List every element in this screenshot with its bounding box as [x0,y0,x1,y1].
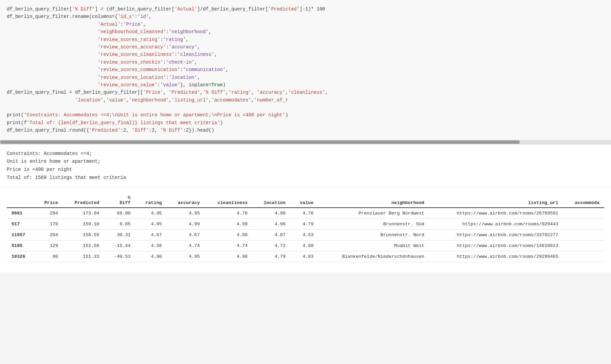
table-cell: 4.87 [252,229,290,240]
code-line: df_berlin_query_filter['% Diff'] = (df_b… [7,5,604,13]
code-line: 'review_scores_value':'value'}, inplace=… [7,81,604,89]
table-cell: 9601 [7,208,35,219]
table-cell: Blankenfelde/Niederschönhausen [318,251,429,262]
table-cell: Brunnenstr. Süd [318,219,429,229]
table-header: neighborhood [318,193,429,208]
table-cell: 4.95 [166,251,204,262]
code-block: df_berlin_query_filter['% Diff'] = (df_b… [0,0,611,140]
code-line: 'review_scores_accuracy':'accuracy', [7,43,604,51]
table-header: listing_url [429,193,563,208]
table-cell [563,240,604,251]
table-cell: 4.79 [290,219,318,229]
code-line: df_berlin_query_filter.rename(columns={'… [7,13,604,20]
output-line: Price is <400 per night [7,166,604,174]
scrollbar-thumb[interactable] [0,140,520,144]
table-cell [563,219,604,229]
table-cell: -15.44 [104,240,135,251]
table-cell: 517 [7,219,35,229]
table-cell: https://www.airbnb.com/rooms/26769591 [429,208,563,219]
table-cell: 4.76 [290,208,318,219]
table-cell: 4.74 [205,240,252,251]
code-line: 'location','value','neighborhood','listi… [7,96,604,104]
table-cell: 4.60 [290,240,318,251]
table-cell: 10326 [7,251,35,262]
table-cell [563,229,604,240]
table-header: rating [135,193,167,208]
output-line: Constraints: Accommodates <=4; [7,150,604,158]
code-line: 'review_scores_rating':'rating', [7,36,604,43]
table-header: accommoda [563,193,604,208]
table-cell: Moabit West [318,240,429,251]
table-cell: 4.67 [166,229,204,240]
code-line: 'review_scores_checkin':'check-in', [7,59,604,66]
table-row: 9601294173.0469.904.954.954.764.904.76Pr… [7,208,604,219]
table-cell: 152.56 [63,240,104,251]
table-cell: 4.60 [205,229,252,240]
table-cell: 4.72 [252,240,290,251]
table-cell: 4.74 [166,240,204,251]
table-cell: https://www.airbnb.com/rooms/14618013 [429,240,563,251]
table-cell: Prenzlauer Berg Nordwest [318,208,429,219]
table-cell: -40.53 [104,251,135,262]
table-cell: 4.67 [135,229,167,240]
table-header: Predicted [63,193,104,208]
table-cell: Brunnenstr. Nord [318,229,429,240]
table-cell: 4.96 [252,219,290,229]
table-cell: 5185 [7,240,35,251]
table-cell: 4.90 [135,251,167,262]
table-cell: 4.98 [205,251,252,262]
code-line: 'neighbourhood_cleansed':'neighborhood', [7,28,604,36]
table-cell: 170 [35,219,63,229]
table-cell: 159.10 [63,219,104,229]
print-line: print('Constraints: Accommodates <=4;\nU… [7,111,604,119]
print-line: df_berlin_query_final.round({'Predicted'… [7,127,604,134]
code-line: df_berlin_query_final = df_berlin_query_… [7,89,604,96]
table-cell: 4.79 [252,251,290,262]
code-line: 'review_scores_communication':'communica… [7,66,604,73]
table-cell: 30.31 [104,229,135,240]
table-cell: 90 [35,251,63,262]
table-row: 517170159.106.854.954.994.994.964.79Brun… [7,219,604,229]
table-cell: 4.99 [166,219,204,229]
table-header: location [252,193,290,208]
results-table: PricePredicted%Diffratingaccuracycleanli… [7,193,604,262]
table-cell: 294 [35,208,63,219]
table-cell: 156.55 [63,229,104,240]
table-cell: 11557 [7,229,35,240]
table-cell: 4.95 [135,219,167,229]
table-cell: 4.83 [290,251,318,262]
table-header: %Diff [104,193,135,208]
table-cell: 69.90 [104,208,135,219]
table-cell: 4.95 [135,208,167,219]
table-cell: 173.04 [63,208,104,219]
output-block: Constraints: Accommodates <=4;Unit is en… [0,144,611,188]
table-row: 1032690151.33-40.534.904.954.984.794.83B… [7,251,604,262]
table-header: accuracy [166,193,204,208]
table-section: PricePredicted%Diffratingaccuracycleanli… [0,188,611,272]
table-cell: 4.76 [205,208,252,219]
table-cell: 129 [35,240,63,251]
table-cell: https://www.airbnb.com/rooms/29299465 [429,251,563,262]
table-cell: 151.33 [63,251,104,262]
table-cell: 6.85 [104,219,135,229]
print-line: print(f'Total of: {len(df_berlin_query_f… [7,119,604,127]
table-cell: 4.53 [290,229,318,240]
output-line: Unit is entire home or apartment; [7,158,604,166]
table-cell: 4.99 [205,219,252,229]
code-line: 'Actual':'Price', [7,21,604,28]
table-cell: https://www.airbnb.com/rooms/33792277 [429,229,563,240]
table-cell: https://www.airbnb.com/rooms/929443 [429,219,563,229]
table-cell: 4.95 [166,208,204,219]
output-line: Total of: 1569 listings that meet criter… [7,174,604,182]
table-cell [563,251,604,262]
table-header: value [290,193,318,208]
table-header: Price [35,193,63,208]
code-line: 'review_scores_location':'location', [7,74,604,81]
scrollbar-area[interactable] [0,140,611,144]
table-cell: 4.56 [135,240,167,251]
table-header: cleanliness [205,193,252,208]
table-cell [563,208,604,219]
table-cell: 204 [35,229,63,240]
table-row: 5185129152.56-15.444.564.744.744.724.60M… [7,240,604,251]
code-line: 'review_scores_cleanliness':'cleanliness… [7,51,604,58]
